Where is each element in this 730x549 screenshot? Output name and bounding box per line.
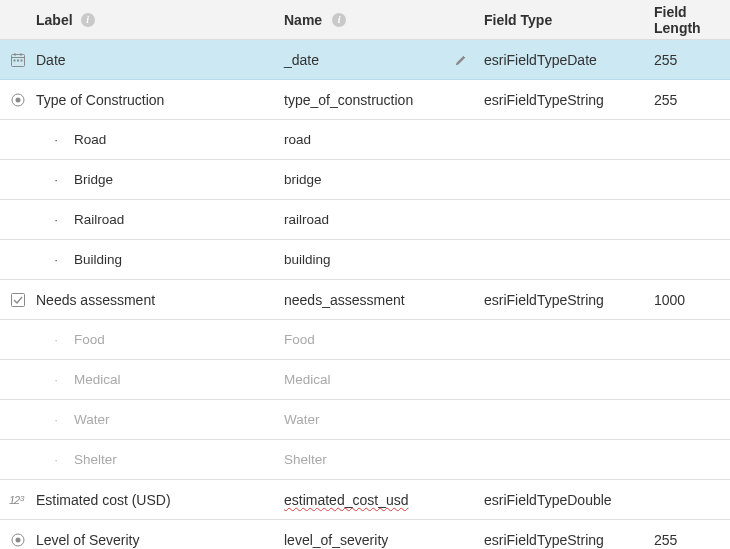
svg-text:3: 3 bbox=[20, 494, 25, 503]
field-label: Type of Construction bbox=[32, 92, 284, 108]
table-row[interactable]: ·Buildingbuilding bbox=[0, 240, 730, 280]
bullet-icon: · bbox=[54, 132, 58, 147]
choice-label: ·Medical bbox=[32, 372, 284, 387]
table-row[interactable]: Level of Severitylevel_of_severityesriFi… bbox=[0, 520, 730, 549]
field-type: esriFieldTypeString bbox=[484, 532, 654, 548]
field-type: esriFieldTypeDate bbox=[484, 52, 654, 68]
table-header-row: Label i Name i Field Type Field Length bbox=[0, 0, 730, 40]
header-type: Field Type bbox=[484, 12, 654, 28]
field-name: estimated_cost_usd bbox=[284, 492, 484, 508]
choice-name: Shelter bbox=[284, 452, 484, 467]
checkbox-icon bbox=[10, 292, 26, 308]
choice-label: ·Building bbox=[32, 252, 284, 267]
header-length: Field Length bbox=[654, 4, 726, 36]
svg-rect-9 bbox=[12, 293, 25, 306]
table-row[interactable]: 1 2 3 Estimated cost (USD)estimated_cost… bbox=[0, 480, 730, 520]
choice-label: ·Food bbox=[32, 332, 284, 347]
svg-rect-5 bbox=[17, 59, 19, 61]
svg-point-8 bbox=[16, 97, 21, 102]
info-icon[interactable]: i bbox=[332, 13, 346, 27]
bullet-icon: · bbox=[54, 172, 58, 187]
fields-table: Label i Name i Field Type Field Length D… bbox=[0, 0, 730, 549]
table-row[interactable]: ·Railroadrailroad bbox=[0, 200, 730, 240]
choice-name: building bbox=[284, 252, 484, 267]
table-row[interactable]: ·FoodFood bbox=[0, 320, 730, 360]
choice-name: Water bbox=[284, 412, 484, 427]
choice-name: road bbox=[284, 132, 484, 147]
bullet-icon: · bbox=[54, 372, 58, 387]
radio-icon bbox=[10, 92, 26, 108]
choice-name: railroad bbox=[284, 212, 484, 227]
choice-name: Food bbox=[284, 332, 484, 347]
field-type: esriFieldTypeString bbox=[484, 92, 654, 108]
field-length: 255 bbox=[654, 532, 726, 548]
bullet-icon: · bbox=[54, 332, 58, 347]
radio-icon bbox=[10, 532, 26, 548]
table-row[interactable]: ·Bridgebridge bbox=[0, 160, 730, 200]
field-name: needs_assessment bbox=[284, 292, 484, 308]
bullet-icon: · bbox=[54, 212, 58, 227]
choice-label: ·Shelter bbox=[32, 452, 284, 467]
field-name: type_of_construction bbox=[284, 92, 484, 108]
choice-name: bridge bbox=[284, 172, 484, 187]
numeric-icon: 1 2 3 bbox=[9, 492, 27, 508]
field-label: Level of Severity bbox=[32, 532, 284, 548]
choice-name: Medical bbox=[284, 372, 484, 387]
bullet-icon: · bbox=[54, 252, 58, 267]
svg-rect-4 bbox=[14, 59, 16, 61]
svg-point-14 bbox=[16, 537, 21, 542]
table-row[interactable]: Date_date esriFieldTypeDate255 bbox=[0, 40, 730, 80]
calendar-icon bbox=[10, 52, 26, 68]
table-row[interactable]: Needs assessmentneeds_assessmentesriFiel… bbox=[0, 280, 730, 320]
field-label: Needs assessment bbox=[32, 292, 284, 308]
pencil-icon[interactable] bbox=[454, 53, 468, 67]
field-name: _date bbox=[284, 52, 484, 68]
header-label: Label i bbox=[32, 12, 284, 28]
field-name: level_of_severity bbox=[284, 532, 484, 548]
svg-rect-6 bbox=[21, 59, 23, 61]
field-label: Estimated cost (USD) bbox=[32, 492, 284, 508]
choice-label: ·Railroad bbox=[32, 212, 284, 227]
bullet-icon: · bbox=[54, 452, 58, 467]
field-type: esriFieldTypeString bbox=[484, 292, 654, 308]
field-length: 255 bbox=[654, 92, 726, 108]
field-length: 1000 bbox=[654, 292, 726, 308]
bullet-icon: · bbox=[54, 412, 58, 427]
field-type: esriFieldTypeDouble bbox=[484, 492, 654, 508]
choice-label: ·Bridge bbox=[32, 172, 284, 187]
header-name: Name i bbox=[284, 12, 484, 28]
table-row[interactable]: ·Roadroad bbox=[0, 120, 730, 160]
info-icon[interactable]: i bbox=[81, 13, 95, 27]
field-label: Date bbox=[32, 52, 284, 68]
field-length: 255 bbox=[654, 52, 726, 68]
table-row[interactable]: ·ShelterShelter bbox=[0, 440, 730, 480]
choice-label: ·Water bbox=[32, 412, 284, 427]
choice-label: ·Road bbox=[32, 132, 284, 147]
table-row[interactable]: Type of Constructiontype_of_construction… bbox=[0, 80, 730, 120]
table-row[interactable]: ·MedicalMedical bbox=[0, 360, 730, 400]
table-row[interactable]: ·WaterWater bbox=[0, 400, 730, 440]
